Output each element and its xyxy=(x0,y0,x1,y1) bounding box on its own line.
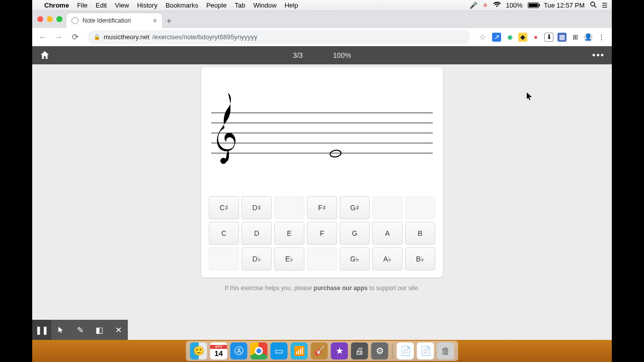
menubar-file[interactable]: File xyxy=(73,2,92,9)
window-close-button[interactable] xyxy=(37,16,43,22)
dock-doc-icon[interactable]: 📄 xyxy=(417,342,434,359)
note-btn-d[interactable]: D xyxy=(242,222,272,245)
clock[interactable]: Tue 12:57 PM xyxy=(544,2,585,9)
dock-trash-icon[interactable]: 🗑 xyxy=(437,342,454,359)
note-btn-a-flat[interactable]: A♭ xyxy=(372,247,403,270)
pen-tool-icon[interactable]: ✎ xyxy=(70,320,90,340)
menubar-app[interactable]: Chrome xyxy=(40,2,73,9)
note-btn-f-sharp[interactable]: F♯ xyxy=(307,196,337,219)
menubar-history[interactable]: History xyxy=(133,2,161,9)
note-btn-g-sharp[interactable]: G♯ xyxy=(340,196,370,219)
puzzle-icon[interactable]: ✳︎ xyxy=(482,2,488,9)
bookmark-star-icon[interactable]: ☆ xyxy=(476,31,489,44)
lock-icon: 🔒 xyxy=(94,34,101,40)
dock: 🙂 APR 14 Ⓐ ▭ 📶 🎸 ★ 🖨 ⚙ 📄 📄 🗑 xyxy=(186,341,458,361)
home-icon[interactable] xyxy=(39,50,50,61)
menubar-tab[interactable]: Tab xyxy=(230,2,249,9)
tab-favicon xyxy=(71,17,78,24)
dock-printer-icon[interactable]: 🖨 xyxy=(351,342,368,359)
dock-finder-icon[interactable]: 🙂 xyxy=(190,342,207,359)
browser-tab[interactable]: Note Identification × xyxy=(66,13,162,28)
dock-calendar-icon[interactable]: APR 14 xyxy=(210,342,227,359)
dock-garageband-icon[interactable]: 🎸 xyxy=(311,342,328,359)
progress-label: 3/3 xyxy=(293,51,302,59)
note-btn-a[interactable]: A xyxy=(372,222,403,245)
dock-imovie-icon[interactable]: ★ xyxy=(331,342,348,359)
note-btn-c[interactable]: C xyxy=(209,222,239,245)
menubar-window[interactable]: Window xyxy=(249,2,280,9)
tab-close-icon[interactable]: × xyxy=(153,17,157,25)
music-staff xyxy=(211,113,433,153)
note-btn-d-flat[interactable]: D♭ xyxy=(242,247,272,270)
support-pre: If this exercise helps you, please xyxy=(225,285,314,292)
extension-icon[interactable]: ▦ xyxy=(557,33,567,42)
url-path: /exercises/note/bdoyryt6895ynyyyyy xyxy=(152,33,258,41)
profile-avatar-icon[interactable]: 👤 xyxy=(584,33,593,42)
dock-keynote-icon[interactable]: ▭ xyxy=(271,342,288,359)
menubar-bookmarks[interactable]: Bookmarks xyxy=(162,2,202,9)
address-bar[interactable]: 🔒 musictheory.net/exercises/note/bdoyryt… xyxy=(88,30,470,44)
note-btn-empty xyxy=(372,196,403,219)
url-domain: musictheory.net xyxy=(104,33,149,41)
exercise-card: C♯ D♯ F♯ G♯ C D E F G A B xyxy=(201,67,443,278)
note-btn-g-flat[interactable]: G♭ xyxy=(340,247,370,270)
extension-icon[interactable]: ◆ xyxy=(518,33,527,42)
dock-wifi-icon[interactable]: 📶 xyxy=(291,342,308,359)
battery-pct: 100% xyxy=(506,2,523,9)
menubar-help[interactable]: Help xyxy=(281,2,302,9)
note-btn-e[interactable]: E xyxy=(274,222,304,245)
menubar-people[interactable]: People xyxy=(202,2,230,9)
treble-clef-icon xyxy=(215,90,240,167)
note-btn-empty xyxy=(405,196,435,219)
menubar-view[interactable]: View xyxy=(111,2,133,9)
mic-icon[interactable]: 🎤 xyxy=(469,2,477,9)
reload-button[interactable]: ⟳ xyxy=(68,31,82,44)
svg-line-1 xyxy=(594,6,596,8)
control-center-icon[interactable]: ☰ xyxy=(602,2,608,9)
note-btn-b[interactable]: B xyxy=(405,222,435,245)
dock-doc-icon[interactable]: 📄 xyxy=(397,342,414,359)
dock-settings-icon[interactable]: ⚙ xyxy=(371,342,388,359)
cursor-tool-icon[interactable] xyxy=(51,320,70,340)
menubar-edit[interactable]: Edit xyxy=(92,2,111,9)
note-btn-b-flat[interactable]: B♭ xyxy=(405,247,435,270)
note-btn-g[interactable]: G xyxy=(340,222,370,245)
eraser-tool-icon[interactable]: ◧ xyxy=(90,320,109,340)
app-menu-icon[interactable]: ••• xyxy=(592,50,605,61)
screen-recorder-bar: ❚❚ ✎ ◧ ✕ xyxy=(32,320,128,340)
dock-separator xyxy=(392,343,393,358)
extension-icon[interactable]: ⊞ xyxy=(571,33,580,42)
note-btn-empty xyxy=(274,196,304,219)
chrome-menu-icon[interactable]: ⋮ xyxy=(597,33,606,42)
spotlight-icon[interactable] xyxy=(590,1,597,10)
note-btn-d-sharp[interactable]: D♯ xyxy=(242,196,272,219)
extension-icon[interactable]: ◉ xyxy=(505,33,514,42)
dock-appstore-icon[interactable]: Ⓐ xyxy=(230,342,248,359)
window-minimize-button[interactable] xyxy=(47,16,53,22)
window-zoom-button[interactable] xyxy=(56,16,62,22)
note-btn-empty xyxy=(209,247,239,270)
dock-chrome-icon[interactable] xyxy=(251,342,268,359)
extension-icon[interactable]: ● xyxy=(531,33,540,42)
note-btn-empty xyxy=(307,247,337,270)
extension-icon[interactable]: ⬇ xyxy=(544,33,553,42)
note-btn-f[interactable]: F xyxy=(307,222,337,245)
support-post: to support our site. xyxy=(368,285,420,292)
new-tab-button[interactable]: + xyxy=(162,14,176,28)
pause-icon[interactable]: ❚❚ xyxy=(32,320,51,340)
support-link[interactable]: purchase our apps xyxy=(313,285,367,292)
svg-point-0 xyxy=(591,2,595,6)
note-btn-c-sharp[interactable]: C♯ xyxy=(209,196,239,219)
extension-icon[interactable]: ↗ xyxy=(492,33,501,42)
back-button[interactable]: ← xyxy=(36,31,49,44)
close-icon[interactable]: ✕ xyxy=(109,320,128,340)
battery-icon[interactable] xyxy=(528,3,539,8)
percent-label: 100% xyxy=(333,51,351,59)
svg-point-2 xyxy=(220,158,226,164)
note-button-grid: C♯ D♯ F♯ G♯ C D E F G A B xyxy=(201,196,443,270)
forward-button[interactable]: → xyxy=(52,31,65,44)
wifi-icon[interactable] xyxy=(493,2,501,9)
tab-title: Note Identification xyxy=(83,17,149,24)
whole-note xyxy=(330,150,342,157)
note-btn-e-flat[interactable]: E♭ xyxy=(274,247,304,270)
